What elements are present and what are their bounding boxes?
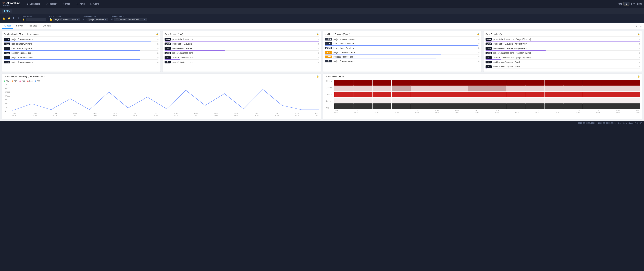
folder-icon-btn[interactable]: 📁 bbox=[7, 17, 10, 20]
bottom-panels: Global Response Latency ( percentile in … bbox=[2, 74, 642, 119]
auto-unit: s bbox=[631, 3, 632, 5]
endpoint-name: load balancer2.system - /shell bbox=[493, 65, 637, 68]
service-filter-group: Service Filter 🔒 bbox=[22, 15, 46, 21]
top-panels: Services Load ( CPM - calls per minute )… bbox=[2, 31, 642, 71]
copy-icon[interactable]: ⧉ bbox=[478, 42, 480, 45]
services-load-panel: Services Load ( CPM - calls per minute )… bbox=[2, 31, 160, 71]
list-item: 1842 projectA.business-zone - /projectA/… bbox=[486, 52, 640, 55]
copy-icon[interactable]: ⧉ bbox=[478, 56, 480, 58]
copy-icon[interactable]: ⧉ bbox=[157, 52, 158, 54]
copy-icon[interactable]: ⧉ bbox=[318, 56, 319, 59]
service-value: 1843 bbox=[164, 42, 171, 45]
copy-icon[interactable]: ⧉ bbox=[318, 52, 319, 54]
nav-dashboard[interactable]: ⊞ Dashboard bbox=[24, 1, 43, 6]
list-item: 4 load balancer1.system - /shell ⧉ bbox=[486, 61, 640, 64]
tab-actions: 🗁 ⬇ bbox=[636, 25, 642, 27]
copy-icon[interactable]: ⧉ bbox=[157, 61, 158, 63]
auto-label: Auto bbox=[618, 3, 622, 5]
service-value: 224 bbox=[4, 38, 10, 41]
copy-icon[interactable]: ⧉ bbox=[318, 43, 319, 45]
p95-dot bbox=[27, 80, 28, 82]
copy-icon[interactable]: ⧉ bbox=[478, 47, 480, 49]
copy-icon[interactable]: ⧉ bbox=[478, 38, 480, 40]
copy-icon[interactable]: ⧉ bbox=[318, 38, 319, 40]
heatmap-chart: 2000ms 1500ms 1000ms 500ms 0ms bbox=[325, 80, 640, 114]
current-service-select[interactable]: projectB.business-zone ▼ bbox=[53, 18, 80, 21]
tab-endpoint[interactable]: Endpoint bbox=[40, 23, 54, 29]
tab-global[interactable]: Global bbox=[2, 23, 13, 29]
copy-icon[interactable]: ⧉ bbox=[318, 61, 319, 63]
copy-icon[interactable]: ⧉ bbox=[157, 47, 158, 50]
auto-interval-input[interactable] bbox=[624, 2, 630, 5]
copy-icon[interactable]: ⧉ bbox=[478, 60, 480, 62]
copy-icon[interactable]: ⧉ bbox=[638, 43, 640, 45]
endpoint-value: 1843 bbox=[486, 42, 492, 45]
global-latency-header: Global Response Latency ( percentile in … bbox=[4, 75, 319, 79]
tab-save-layout-btn[interactable]: 🗁 bbox=[636, 25, 638, 27]
services-load-lock[interactable]: 🔒 bbox=[156, 33, 158, 35]
heatmap-row bbox=[334, 86, 640, 91]
service-dropdown-arrow: ▼ bbox=[77, 18, 78, 20]
service-value: 1842 bbox=[164, 52, 171, 54]
list-item: 490 projectB.business-zone ⧉ bbox=[164, 56, 319, 60]
copy-icon[interactable]: ⧉ bbox=[157, 56, 158, 59]
heatmap-lock[interactable]: 🔒 bbox=[638, 75, 640, 78]
latency-lock[interactable]: 🔒 bbox=[316, 75, 319, 78]
filter-bar: 🔒 📁 ⬇ ↺ Service Filter 🔒 Current Service… bbox=[0, 14, 644, 23]
copy-icon[interactable]: ⧉ bbox=[157, 43, 158, 45]
nav-trace[interactable]: ⌇ Trace bbox=[60, 1, 73, 6]
copy-icon[interactable]: ⧉ bbox=[638, 61, 640, 63]
slow-endpoints-lock[interactable]: 🔒 bbox=[638, 33, 640, 35]
tab-download-btn[interactable]: ⬇ bbox=[640, 25, 642, 27]
endpoint-value: 3 bbox=[486, 65, 492, 68]
copy-icon[interactable]: ⧉ bbox=[638, 47, 640, 50]
copy-icon[interactable]: ⧉ bbox=[638, 56, 640, 59]
time-range: 2020-06-09 11:08:31 ～ 2020-06-09 11:23:3… bbox=[578, 122, 616, 124]
unhealth-lock[interactable]: 🔒 bbox=[477, 33, 480, 35]
service-value: 211 bbox=[4, 47, 10, 50]
service-filter-input[interactable] bbox=[26, 18, 46, 21]
current-endpoint-select[interactable]: /projectB/{value} ▼ bbox=[88, 18, 108, 21]
service-value: 490 bbox=[164, 56, 171, 59]
heatmap-canvas bbox=[334, 80, 640, 109]
global-latency-title: Global Response Latency ( percentile in … bbox=[4, 75, 44, 78]
heatmap-row bbox=[334, 80, 640, 86]
reload-button[interactable]: ↺ Reload bbox=[633, 3, 642, 5]
service-name: load balancer1.system bbox=[172, 43, 316, 45]
apm-badge[interactable]: APM bbox=[2, 9, 12, 13]
filter-icons: 🔒 📁 ⬇ ↺ bbox=[2, 17, 19, 20]
nav-profile[interactable]: ◎ Profile bbox=[73, 1, 87, 6]
list-item: 4698 projectC.business-zone - /projectC/… bbox=[486, 38, 640, 41]
list-item: 1842 projectA.business-zone ⧉ bbox=[164, 52, 319, 55]
copy-icon[interactable]: ⧉ bbox=[478, 51, 480, 53]
copy-icon[interactable]: ⧉ bbox=[638, 66, 640, 68]
tab-service[interactable]: Service bbox=[14, 23, 26, 29]
legend-p75: P75 bbox=[12, 80, 17, 82]
refresh-icon-btn[interactable]: ↺ bbox=[17, 17, 19, 20]
copy-icon[interactable]: ⧉ bbox=[157, 38, 158, 40]
endpoint-value: 4 bbox=[486, 61, 492, 63]
endpoint-icon: </> bbox=[83, 18, 86, 21]
latency-y-labels: 70,000 60,000 50,000 40,000 30,000 20,00… bbox=[4, 83, 12, 112]
global-heatmap-panel: Global Heatmap ( ms ) 🔒 2000ms 1500ms 10… bbox=[323, 74, 642, 119]
service-name: projectC.business-zone bbox=[334, 51, 477, 54]
lock-icon-btn[interactable]: 🔒 bbox=[2, 17, 5, 20]
download-icon-btn[interactable]: ⬇ bbox=[12, 17, 15, 20]
endpoint-name: load balancer1.system - /projectA/test bbox=[493, 43, 637, 45]
copy-icon[interactable]: ⧉ bbox=[318, 47, 319, 50]
tab-instance[interactable]: Instance bbox=[26, 23, 40, 29]
nav-alarm[interactable]: ◎ Alarm bbox=[88, 1, 101, 6]
list-item: 210 projectD.business-zone ⧉ bbox=[4, 61, 158, 64]
slow-services-lock[interactable]: 🔒 bbox=[316, 33, 319, 35]
heatmap-row bbox=[334, 92, 640, 97]
endpoint-value: 1843 bbox=[486, 47, 492, 50]
legend-p90: P90 bbox=[20, 80, 25, 82]
list-item: 1842 load balancer2.system ⧉ bbox=[164, 47, 319, 51]
list-item: 211 load balancer1.system ⧉ bbox=[4, 42, 158, 46]
copy-icon[interactable]: ⧉ bbox=[638, 38, 640, 40]
nav-topology[interactable]: ⬡ Topology bbox=[43, 1, 60, 6]
current-instance-select[interactable]: 734146aad8424eb490ef3b6f0fb... ▼ bbox=[114, 18, 147, 21]
instance-dropdown-arrow: ▼ bbox=[144, 18, 146, 20]
copy-icon[interactable]: ⧉ bbox=[638, 52, 640, 54]
service-lock-icon: 🔒 bbox=[22, 18, 25, 20]
